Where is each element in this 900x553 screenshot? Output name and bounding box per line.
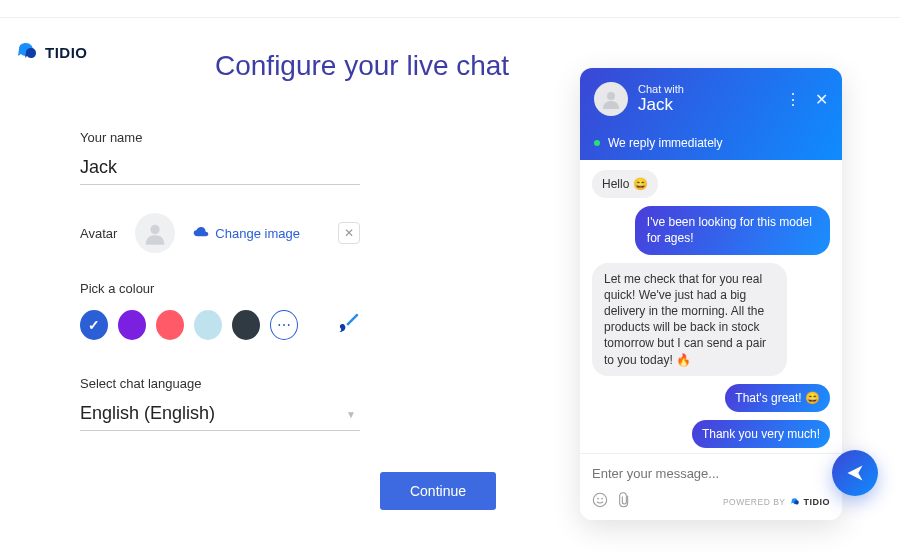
close-icon: ✕: [815, 91, 828, 108]
message-bubble: That's great! 😄: [725, 384, 830, 412]
continue-button[interactable]: Continue: [380, 472, 496, 510]
person-icon: [599, 87, 623, 111]
message-bubble: Let me check that for you real quick! We…: [592, 263, 787, 376]
brand-name: TIDIO: [45, 44, 88, 61]
emoji-icon: [592, 492, 608, 508]
svg-point-1: [607, 92, 615, 100]
chat-with-label: Chat with: [638, 83, 775, 95]
close-icon: ✕: [344, 226, 354, 240]
powered-label: POWERED BY: [723, 497, 786, 507]
status-row: We reply immediately: [594, 136, 828, 150]
swatch-blue[interactable]: [80, 310, 108, 340]
name-field: Your name: [80, 130, 360, 185]
remove-avatar-button[interactable]: ✕: [338, 222, 360, 244]
chevron-down-icon: ▼: [346, 409, 356, 420]
online-dot-icon: [594, 140, 600, 146]
name-input[interactable]: [80, 151, 360, 185]
send-fab[interactable]: [832, 450, 878, 496]
message-input[interactable]: [592, 466, 830, 481]
language-field: Select chat language English (English) ▼: [80, 376, 360, 431]
tidio-logo-icon: [15, 40, 39, 64]
message-bubble: I've been looking for this model for age…: [635, 206, 830, 254]
widget-menu-button[interactable]: ⋮: [785, 90, 801, 109]
svg-point-3: [597, 498, 599, 500]
emoji-button[interactable]: [592, 492, 608, 512]
avatar-preview: [135, 213, 175, 253]
powered-brand: TIDIO: [804, 497, 831, 507]
avatar-label: Avatar: [80, 226, 117, 241]
widget-close-button[interactable]: ✕: [815, 90, 828, 109]
colour-label: Pick a colour: [80, 281, 360, 296]
avatar-field: Avatar Change image ✕: [80, 213, 360, 253]
send-icon: [845, 463, 865, 483]
operator-name: Jack: [638, 95, 775, 115]
change-image-label: Change image: [215, 226, 300, 241]
svg-point-2: [593, 493, 606, 506]
config-form: Your name Avatar Change image ✕ Pick a c…: [80, 130, 360, 459]
operator-avatar: [594, 82, 628, 116]
widget-header: Chat with Jack ⋮ ✕ We reply immediately: [580, 68, 842, 160]
custom-colour-button[interactable]: [338, 313, 360, 337]
language-label: Select chat language: [80, 376, 360, 391]
tidio-logo-icon: [790, 497, 800, 507]
composer: POWERED BY TIDIO: [580, 453, 842, 520]
swatch-coral[interactable]: [156, 310, 184, 340]
kebab-icon: ⋮: [785, 91, 801, 108]
language-value: English (English): [80, 403, 215, 423]
paperclip-icon: [618, 492, 632, 508]
swatch-more-button[interactable]: ⋯: [270, 310, 298, 340]
svg-point-4: [601, 498, 603, 500]
swatch-charcoal[interactable]: [232, 310, 260, 340]
swatch-ice[interactable]: [194, 310, 222, 340]
message-list: Hello 😄 I've been looking for this model…: [580, 160, 842, 453]
powered-by: POWERED BY TIDIO: [723, 497, 830, 507]
brand-logo: TIDIO: [15, 40, 88, 64]
message-bubble: Thank you very much!: [692, 420, 830, 448]
person-icon: [141, 219, 169, 247]
brush-icon: [338, 313, 360, 333]
colour-swatches: ⋯: [80, 310, 360, 340]
attach-button[interactable]: [618, 492, 632, 512]
chat-preview: Chat with Jack ⋮ ✕ We reply immediately …: [580, 68, 842, 520]
header-title-block: Chat with Jack: [638, 83, 775, 115]
message-bubble: Hello 😄: [592, 170, 658, 198]
status-text: We reply immediately: [608, 136, 722, 150]
name-label: Your name: [80, 130, 360, 145]
dots-icon: ⋯: [277, 317, 291, 333]
page-title: Configure your live chat: [215, 50, 509, 82]
svg-point-0: [151, 225, 160, 234]
swatch-purple[interactable]: [118, 310, 146, 340]
language-select[interactable]: English (English) ▼: [80, 397, 360, 431]
cloud-upload-icon: [193, 227, 209, 239]
change-image-button[interactable]: Change image: [193, 226, 300, 241]
colour-field: Pick a colour ⋯: [80, 281, 360, 340]
topbar-divider: [0, 0, 900, 18]
